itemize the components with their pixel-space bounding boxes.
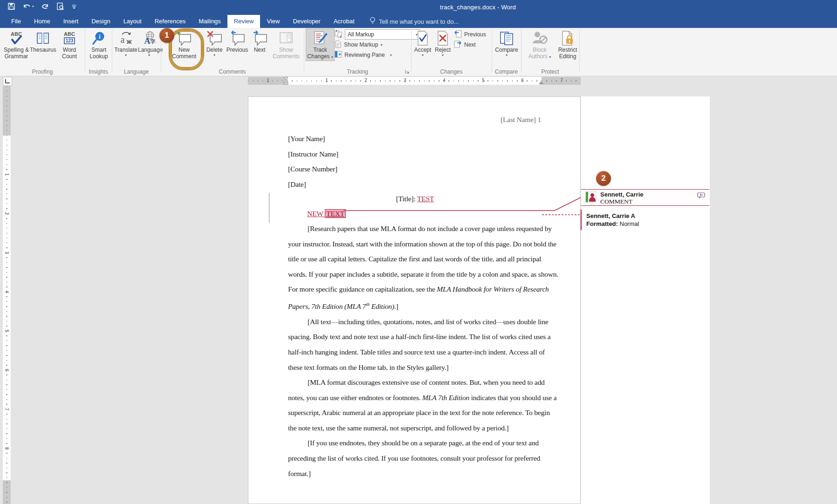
doc-text-line[interactable]: notes, you can use either endnotes or fo…	[288, 390, 543, 406]
translate-dropdown-caret[interactable]: ▾	[114, 53, 137, 57]
customize-qat-icon[interactable]	[72, 4, 76, 9]
compare-dropdown-caret[interactable]: ▾	[494, 53, 519, 57]
horizontal-ruler[interactable]: 11234567	[248, 77, 581, 85]
doc-text-line[interactable]: Papers, 7th Edition (MLA 7th Edition).]	[288, 297, 543, 314]
word-window: ▾ track_changes.docx - Word FileHomeInse…	[0, 0, 837, 504]
doc-text-line[interactable]: [MLA format discourages extensive use of…	[288, 375, 543, 390]
doc-text-line[interactable]: [If you use endnotes, they should be on …	[288, 436, 543, 451]
undo-dropdown-caret[interactable]: ▾	[32, 5, 34, 8]
smart-lookup-button[interactable]: i Smart Lookup	[87, 29, 111, 60]
tracked-insertion-title[interactable]: TEST	[417, 195, 434, 203]
reviewing-pane-icon	[335, 51, 342, 59]
tab-view[interactable]: View	[260, 15, 286, 28]
doc-text-line[interactable]: [Research papers that use MLA format do …	[288, 221, 543, 237]
tab-stop-selector[interactable]	[3, 77, 12, 86]
hruler-number: 5	[480, 78, 487, 83]
next-change-label: Next	[464, 41, 476, 48]
change-note[interactable]: Sennett, Carrie A Formatted: Normal	[586, 212, 639, 228]
tell-me-box[interactable]: Tell me what you want to do...	[370, 15, 459, 28]
right-indent-marker[interactable]	[539, 81, 543, 84]
previous-change-icon	[454, 30, 462, 39]
doc-info-line[interactable]: [Instructor Name]	[288, 147, 338, 162]
reject-button[interactable]: Reject ▾	[433, 29, 453, 57]
delete-comment-icon	[205, 30, 224, 47]
delete-dropdown-caret[interactable]: ▾	[205, 53, 224, 57]
display-for-review-row: All Markup ▾	[335, 30, 420, 39]
vruler-ticks	[6, 86, 7, 504]
doc-text-line[interactable]: preceding the list of works cited. If yo…	[288, 451, 543, 466]
doc-text-line[interactable]: half-inch hanging indent. Table titles a…	[288, 345, 543, 360]
previous-comment-button[interactable]: Previous	[224, 29, 250, 53]
reject-dropdown-caret[interactable]: ▾	[433, 53, 453, 57]
vertical-ruler[interactable]: 12345678	[3, 86, 11, 504]
ribbon-tabs: FileHomeInsertDesignLayoutReferencesMail…	[5, 15, 361, 28]
comment-text[interactable]: COMMENT	[600, 198, 632, 205]
tab-review[interactable]: Review	[227, 15, 261, 28]
hruler-number: 6	[519, 78, 526, 83]
spelling-grammar-button[interactable]: ABC Spelling & Grammar	[3, 29, 30, 60]
show-comments-icon	[269, 30, 303, 47]
tab-home[interactable]: Home	[27, 15, 57, 28]
display-for-review-select[interactable]: All Markup ▾	[345, 29, 420, 40]
save-icon[interactable]	[7, 2, 15, 10]
tab-file[interactable]: File	[5, 15, 27, 28]
tab-mailings[interactable]: Mailings	[192, 15, 227, 28]
tracked-insertion-new[interactable]: NEW	[307, 210, 325, 218]
undo-button[interactable]: ▾	[23, 3, 34, 10]
display-for-review-icon	[335, 30, 343, 39]
tab-references[interactable]: References	[148, 15, 192, 28]
tell-me-label: Tell me what you want to do...	[379, 18, 459, 25]
thesaurus-button[interactable]: Thesaurus	[30, 29, 56, 53]
redo-icon[interactable]	[41, 3, 49, 10]
doc-info-line[interactable]: [Your Name]	[288, 131, 338, 147]
next-comment-button[interactable]: Next	[251, 29, 268, 53]
reviewing-pane-button[interactable]: Reviewing Pane ▾	[335, 50, 392, 60]
doc-text-line[interactable]: [All text—including titles, quotations, …	[288, 314, 543, 330]
accept-button[interactable]: Accept ▾	[413, 29, 432, 57]
translate-button[interactable]: aж Translate ▾	[114, 29, 137, 57]
doc-text-line[interactable]: the note text, use the same numeral, not…	[288, 421, 543, 436]
doc-text-line[interactable]: spacing. Body text and note text use a h…	[288, 329, 543, 345]
doc-text-line[interactable]: these text formats on the Home tab, in t…	[288, 360, 543, 375]
title-prefix: [Title]:	[396, 195, 417, 203]
group-label-protect: Protect	[521, 68, 579, 75]
tab-acrobat[interactable]: Acrobat	[327, 15, 361, 28]
commented-text-highlight[interactable]: TEXT	[325, 209, 346, 218]
previous-change-button[interactable]: Previous	[454, 30, 486, 39]
compare-icon	[494, 30, 519, 47]
accept-dropdown-caret[interactable]: ▾	[413, 53, 432, 57]
print-preview-icon[interactable]	[56, 2, 64, 10]
doc-info-line[interactable]: [Course Number]	[288, 162, 338, 177]
delete-comment-button[interactable]: Delete ▾	[205, 29, 224, 57]
doc-text-line[interactable]: title or use all capital letters. Capita…	[288, 252, 543, 267]
compare-button[interactable]: Compare ▾	[494, 29, 519, 57]
svg-text:A: A	[144, 36, 151, 46]
doc-text-line[interactable]: your instructor. Instead, start with the…	[288, 237, 543, 252]
annotation-step-2: 2	[596, 171, 611, 186]
next-change-button[interactable]: Next	[454, 40, 476, 49]
group-divider	[304, 29, 304, 72]
tab-layout[interactable]: Layout	[117, 15, 148, 28]
reply-comment-icon[interactable]	[697, 192, 706, 201]
track-changes-dropdown-caret[interactable]: ▾	[331, 55, 333, 59]
document-page[interactable]: [Last Name] 1 [Your Name][Instructor Nam…	[248, 96, 581, 504]
tab-insert[interactable]: Insert	[57, 15, 85, 28]
word-count-button[interactable]: ABC123 Word Count	[56, 29, 83, 60]
language-button[interactable]: A字 Language ▾	[138, 29, 160, 57]
doc-text-line[interactable]: words. If your paper includes a subtitle…	[288, 267, 543, 282]
tab-design[interactable]: Design	[85, 15, 117, 28]
group-label-compare: Compare	[492, 68, 521, 75]
indent-markers[interactable]	[283, 77, 289, 85]
restrict-editing-button[interactable]: Restrict Editing	[556, 29, 579, 60]
comment-card[interactable]: Sennett, Carrie COMMENT	[581, 189, 709, 206]
language-dropdown-caret[interactable]: ▾	[138, 53, 160, 57]
doc-text-line[interactable]: format.]	[288, 466, 543, 482]
track-changes-button[interactable]: Track Changes ▾	[306, 28, 335, 61]
doc-text-line[interactable]: superscript, Arabic numeral at an approp…	[288, 405, 543, 421]
tab-developer[interactable]: Developer	[286, 15, 327, 28]
show-markup-button[interactable]: Show Markup ▾	[335, 40, 382, 49]
group-divider	[112, 29, 112, 72]
doc-text-line[interactable]: For more specific guidance on capitaliza…	[288, 282, 543, 297]
doc-info-line[interactable]: [Date]	[288, 177, 338, 192]
vruler-number: 6	[4, 368, 9, 373]
